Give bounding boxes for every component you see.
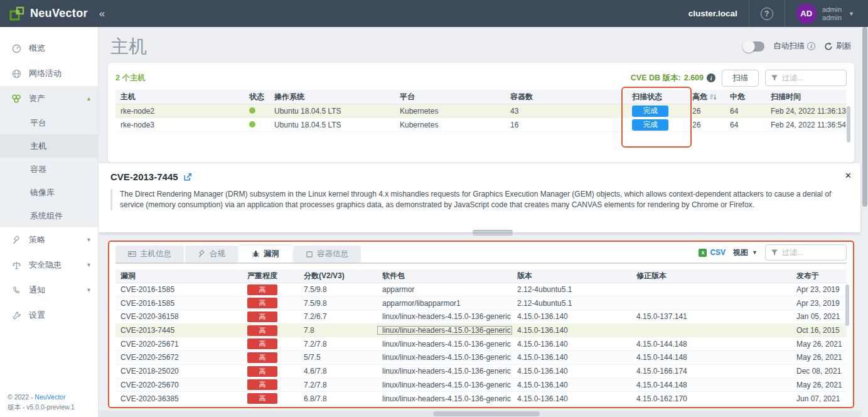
cell-version: 4.15.0-136.140 [512, 312, 631, 321]
col-version[interactable]: 版本 [512, 271, 631, 281]
cell-medium: 64 [725, 107, 766, 116]
auto-scan-toggle[interactable] [743, 41, 764, 51]
vulnerability-row[interactable]: CVE-2016-1585高7.5/9.8apparmor/libapparmo… [115, 296, 847, 310]
vulnerability-row[interactable]: CVE-2020-25672高5/7.5linux/linux-headers-… [115, 351, 847, 365]
page-scrollbar[interactable] [862, 27, 868, 417]
scan-done-badge[interactable]: 完成 [632, 119, 668, 131]
vulnerability-row[interactable]: CVE-2020-36158高7.2/6.7linux/linux-header… [115, 310, 847, 324]
scan-done-badge[interactable]: 完成 [632, 106, 668, 117]
sidebar-item-overview[interactable]: 概览 [0, 36, 98, 61]
col-containers[interactable]: 容器数 [505, 92, 627, 102]
chevron-down-icon[interactable]: ▼ [86, 262, 92, 268]
sidebar-item-registries[interactable]: 镜像库 [0, 181, 98, 204]
neuvector-link[interactable]: NeuVector [35, 393, 65, 401]
sidebar-item-label: 网络活动 [29, 68, 62, 79]
sidebar-item-settings[interactable]: 设置 [0, 303, 98, 328]
sidebar-item-network-activity[interactable]: 网络活动 [0, 61, 98, 86]
sidebar-group-assets: 资产 ▲ 平台 主机 容器 镜像库 系统组件 [0, 86, 98, 227]
neuvector-logo-icon [9, 6, 25, 22]
refresh-button[interactable]: 刷新 [824, 41, 852, 51]
cell-package: linux/linux-headers-4.15.0-136-generic [377, 394, 512, 403]
status-online-dot [249, 121, 255, 127]
csv-export-button[interactable]: x CSV [699, 248, 726, 257]
hosts-filter[interactable] [765, 70, 847, 86]
sidebar-item-policy[interactable]: 策略 ▼ [0, 227, 98, 252]
col-host[interactable]: 主机 [115, 92, 244, 102]
panel-resize-handle[interactable] [473, 230, 513, 236]
tab-vulnerabilities[interactable]: 漏洞 [239, 246, 292, 263]
settings-icon [11, 310, 21, 320]
host-row[interactable]: rke-node2Ubuntu 18.04.5 LTSKubernetes43完… [115, 104, 847, 118]
vulnerability-row[interactable]: CVE-2020-25671高7.2/7.8linux/linux-header… [115, 337, 847, 351]
vuln-table-scrollbar[interactable] [845, 284, 849, 326]
severity-high-badge: 高 [247, 311, 277, 322]
vuln-filter[interactable] [765, 244, 847, 261]
sidebar-item-assets[interactable]: 资产 ▲ [0, 86, 98, 111]
vuln-filter-input[interactable] [782, 248, 839, 257]
hosts-table-scrollbar[interactable] [847, 106, 850, 143]
user-name: admin [822, 6, 842, 14]
assets-icon [11, 94, 21, 104]
hosts-card: 2 个主机 CVE DB 版本: 2.609 i 扫描 主机 状态 [108, 63, 854, 163]
severity-high-badge: 高 [247, 325, 277, 336]
sidebar-item-platforms[interactable]: 平台 [0, 111, 98, 134]
cell-version: 4.15.0-136.140 [512, 381, 631, 389]
cell-score: 7.5/9.8 [299, 285, 377, 294]
cell-severity: 高 [242, 311, 299, 322]
sidebar-item-security-risks[interactable]: 安全隐患 ▼ [0, 252, 98, 278]
col-medium[interactable]: 中危 [725, 92, 766, 102]
sidebar-item-label: 策略 [29, 234, 45, 246]
sidebar-item-hosts[interactable]: 主机 [0, 134, 98, 158]
cell-os: Ubuntu 18.04.5 LTS [269, 121, 395, 129]
cell-severity: 高 [242, 393, 299, 404]
vulnerability-row[interactable]: CVE-2018-25020高4.6/7.8linux/linux-header… [115, 365, 847, 379]
sort-desc-icon[interactable] [710, 94, 717, 100]
sidebar-item-containers[interactable]: 容器 [0, 158, 98, 181]
sidebar-item-notifications[interactable]: 通知 ▼ [0, 278, 98, 303]
tab-container-info[interactable]: 容器信息 [293, 246, 361, 263]
hosts-filter-input[interactable] [782, 73, 839, 82]
col-published[interactable]: 发布于 [791, 271, 847, 281]
info-icon[interactable]: i [807, 42, 815, 50]
vulnerability-row[interactable]: CVE-2020-25670高7.2/7.8linux/linux-header… [115, 379, 847, 393]
col-severity[interactable]: 严重程度 [242, 271, 299, 281]
view-dropdown[interactable]: 视图 ▼ [733, 247, 758, 258]
col-status[interactable]: 状态 [244, 92, 269, 102]
col-score[interactable]: 分数(V2/V3) [299, 271, 377, 281]
cell-high: 26 [687, 121, 725, 129]
cell-version: 4.15.0-136.140 [512, 340, 631, 349]
host-row[interactable]: rke-node3Ubuntu 18.04.5 LTSKubernetes16完… [115, 118, 847, 132]
close-icon[interactable]: ✕ [845, 171, 852, 180]
sidebar-collapse-button[interactable]: « [99, 8, 105, 20]
chevron-down-icon[interactable]: ▼ [849, 11, 854, 17]
external-link-icon[interactable] [183, 173, 192, 181]
vulnerability-row[interactable]: CVE-2020-36385高6.8/7.8linux/linux-header… [115, 392, 847, 406]
col-vulnerability[interactable]: 漏洞 [115, 271, 242, 281]
vulnerability-row[interactable]: CVE-2013-7445高7.8linux/linux-headers-4.1… [115, 324, 847, 338]
user-menu[interactable]: AD admin admin ▼ [785, 4, 868, 24]
tab-compliance[interactable]: 合规 [185, 246, 238, 263]
gauge-icon [11, 43, 21, 53]
severity-high-badge: 高 [247, 298, 277, 308]
vulnerability-row[interactable]: CVE-2016-1585高7.5/9.8apparmor2.12-4ubunt… [115, 283, 847, 297]
sidebar-item-system-components[interactable]: 系统组件 [0, 204, 98, 227]
chevron-down-icon[interactable]: ▼ [86, 287, 92, 293]
info-icon[interactable]: i [707, 73, 715, 82]
col-high[interactable]: 高危 [687, 92, 725, 102]
col-package[interactable]: 软件包 [377, 271, 512, 281]
col-os[interactable]: 操作系统 [269, 92, 395, 102]
tab-host-info[interactable]: 主机信息 [115, 246, 184, 263]
cell-published: Apr 23, 2019 [791, 299, 847, 308]
help-icon[interactable]: ? [761, 8, 773, 20]
avatar[interactable]: AD [796, 4, 817, 24]
scan-button[interactable]: 扫描 [722, 70, 759, 87]
col-platform[interactable]: 平台 [395, 92, 505, 102]
cell-package: linux/linux-headers-4.15.0-136-generic [377, 326, 512, 335]
chevron-down-icon[interactable]: ▼ [86, 237, 92, 243]
col-scan-time[interactable]: 扫描时间 [766, 92, 847, 102]
chevron-up-icon[interactable]: ▲ [86, 95, 92, 102]
filter-funnel-icon [771, 74, 778, 82]
col-fixed-version[interactable]: 修正版本 [631, 271, 791, 281]
col-scan-status[interactable]: 扫描状态 [627, 92, 687, 102]
horizontal-scrollbar[interactable] [99, 411, 862, 417]
